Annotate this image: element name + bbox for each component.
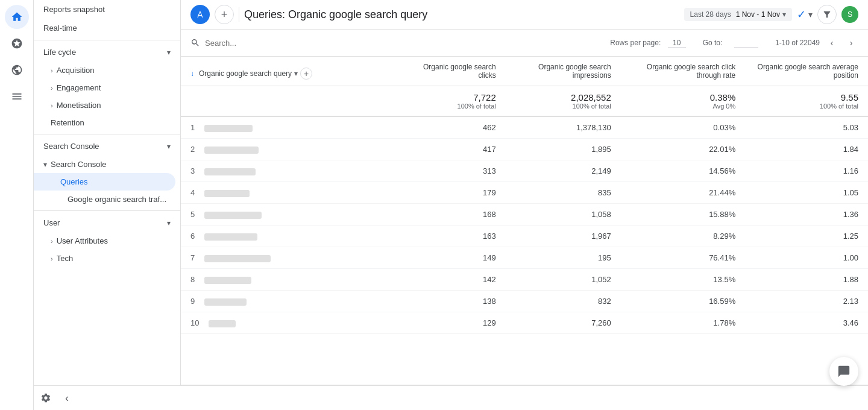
table-row: 6 1631,9678.29%1.25	[181, 226, 868, 247]
impressions-cell: 7,260	[506, 312, 621, 334]
clicks-cell: 138	[410, 291, 506, 312]
impressions-cell: 1,058	[506, 204, 621, 226]
chevron-icon: ›	[51, 102, 53, 109]
search-icon	[190, 38, 200, 48]
prev-page-btn[interactable]: ‹	[825, 36, 839, 50]
monetisation-label: Monetisation	[57, 101, 101, 110]
impressions-cell: 832	[506, 291, 621, 312]
explore-icon[interactable]	[5, 58, 29, 82]
lifecycle-chevron: ▾	[167, 48, 171, 57]
sidebar-item-search-console[interactable]: ▾ Search Console	[34, 156, 180, 173]
total-ctr-sub: Avg 0%	[631, 102, 735, 110]
last-days-label: Last 28 days	[690, 10, 731, 19]
table-row: 3 3132,14914.56%1.16	[181, 160, 868, 182]
impressions-cell: 2,149	[506, 160, 621, 182]
advertising-icon[interactable]	[5, 84, 29, 109]
clicks-cell: 168	[410, 204, 506, 226]
query-cell: 2	[181, 139, 410, 160]
settings-icon[interactable]	[34, 386, 58, 410]
table-row: 1 4621,378,1300.03%5.03	[181, 116, 868, 139]
rows-per-page-label: Rows per page:	[610, 39, 685, 48]
sidebar-item-google-organic[interactable]: Google organic search traf...	[34, 191, 180, 208]
sidebar-item-realtime[interactable]: Real-time	[34, 19, 175, 37]
position-cell: 3.46	[745, 312, 868, 334]
user-attributes-label: User Attributes	[57, 236, 108, 245]
table-row: 7 14919576.41%1.00	[181, 247, 868, 269]
lifecycle-section-header[interactable]: Life cycle ▾	[34, 43, 180, 62]
chat-fab[interactable]	[829, 357, 858, 386]
add-dimension-btn[interactable]: +	[300, 68, 312, 80]
sidebar-item-engagement[interactable]: › Engagement	[34, 79, 180, 96]
sidebar-item-monetisation[interactable]: › Monetisation	[34, 96, 180, 114]
position-cell: 1.36	[745, 204, 868, 226]
user-section: User ▾ › User Attributes › Tech	[34, 213, 180, 267]
total-position: 9.55	[755, 92, 858, 102]
chevron-icon: ›	[51, 67, 53, 74]
sidebar-item-tech[interactable]: › Tech	[34, 250, 180, 267]
google-organic-label: Google organic search traf...	[68, 195, 166, 204]
user-avatar[interactable]: A	[190, 5, 210, 24]
clicks-cell: 313	[410, 160, 506, 182]
row-number: 7	[190, 253, 195, 262]
sidebar-item-reports-snapshot[interactable]: Reports snapshot	[34, 0, 175, 19]
table-row: 9 13883216.59%2.13	[181, 291, 868, 312]
search-console-child-label: Search Console	[51, 160, 107, 169]
col-header-ctr: Organic google search click through rate	[621, 57, 745, 86]
search-console-section-label: Search Console	[43, 142, 99, 151]
topbar-right: Last 28 days 1 Nov - 1 Nov ▾ ✓ ▾ S	[684, 5, 858, 24]
expand-icon: ▾	[43, 160, 47, 169]
compare-toggle[interactable]: ✓ ▾	[797, 8, 813, 21]
query-text-blurred	[204, 212, 262, 219]
nav-separator-2	[34, 134, 180, 134]
clicks-cell: 129	[410, 312, 506, 334]
query-text-blurred	[209, 320, 236, 327]
sidebar-item-acquisition[interactable]: › Acquisition	[34, 62, 180, 79]
realtime-icon[interactable]	[5, 31, 29, 55]
position-cell: 1.25	[745, 226, 868, 247]
query-text-blurred	[204, 255, 271, 262]
search-console-chevron: ▾	[167, 142, 171, 151]
totals-row: 7,722 100% of total 2,028,552 100% of to…	[181, 86, 868, 117]
collapse-sidebar-btn[interactable]: ‹	[58, 387, 181, 409]
col-header-impressions: Organic google search impressions	[506, 57, 621, 86]
ctr-cell: 8.29%	[621, 226, 745, 247]
user-section-header[interactable]: User ▾	[34, 213, 180, 232]
sidebar-item-label: Real-time	[43, 24, 77, 33]
rows-per-page-input[interactable]	[668, 39, 686, 48]
sidebar-item-user-attributes[interactable]: › User Attributes	[34, 232, 180, 250]
search-console-section-header[interactable]: Search Console ▾	[34, 137, 180, 156]
queries-label: Queries	[60, 177, 88, 186]
row-number: 10	[190, 318, 199, 327]
query-cell: 10	[181, 312, 410, 334]
row-number: 6	[190, 232, 195, 241]
query-text-blurred	[204, 233, 257, 241]
date-range-selector[interactable]: Last 28 days 1 Nov - 1 Nov ▾	[684, 8, 792, 21]
query-filter-icon: ▾	[294, 69, 298, 78]
total-impressions: 2,028,552	[515, 92, 611, 102]
home-icon[interactable]	[5, 5, 29, 29]
ctr-cell: 1.78%	[621, 312, 745, 334]
total-position-sub: 100% of total	[755, 102, 858, 110]
search-input[interactable]	[205, 39, 403, 48]
query-cell: 8	[181, 269, 410, 291]
ctr-cell: 16.59%	[621, 291, 745, 312]
impressions-cell: 1,895	[506, 139, 621, 160]
segment-badge[interactable]: S	[841, 6, 858, 23]
table-row: 10 1297,2601.78%3.46	[181, 312, 868, 334]
sidebar-item-retention[interactable]: Retention	[34, 114, 180, 131]
table-row: 4 17983521.44%1.05	[181, 182, 868, 204]
filter-btn[interactable]	[817, 5, 837, 24]
impressions-cell: 835	[506, 182, 621, 204]
collapse-icon: ‹	[65, 392, 69, 405]
nav-separator-3	[34, 210, 180, 211]
clicks-cell: 149	[410, 247, 506, 269]
user-section-label: User	[43, 218, 60, 227]
sidebar-item-queries[interactable]: Queries	[34, 173, 175, 191]
next-page-btn[interactable]: ›	[844, 36, 858, 50]
check-circle-icon: ✓	[797, 8, 806, 21]
total-clicks-sub: 100% of total	[420, 102, 496, 110]
table-row: 5 1681,05815.88%1.36	[181, 204, 868, 226]
goto-input[interactable]	[734, 39, 758, 48]
lifecycle-label: Life cycle	[43, 48, 76, 57]
add-comparison-btn[interactable]: +	[215, 5, 234, 24]
